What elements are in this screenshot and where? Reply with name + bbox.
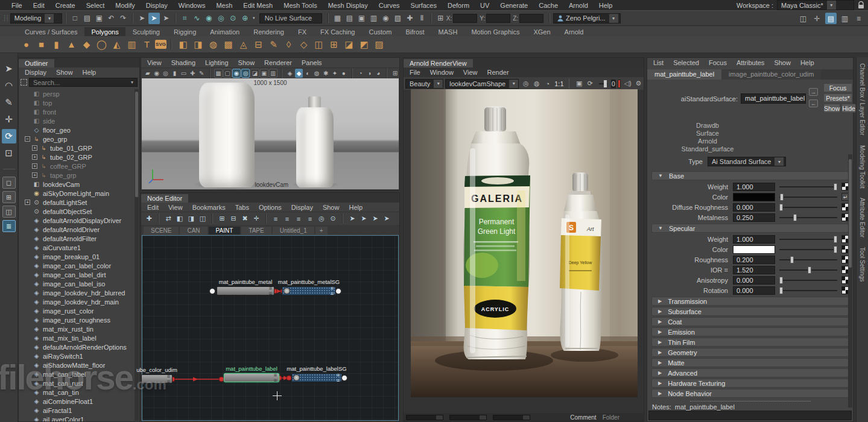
shelf-tab-arnold[interactable]: Arnold xyxy=(558,27,591,36)
default-lighting-icon[interactable]: ◆ xyxy=(295,69,303,78)
outliner-item-mat-mix-rust-tin[interactable]: ◈mat_mix_rust_tin xyxy=(19,324,135,333)
tube-02-mesh[interactable] xyxy=(296,107,334,187)
grease-pencil-icon[interactable]: ✎ xyxy=(197,69,206,78)
shelf-poly-pipe-icon[interactable]: ▥ xyxy=(125,37,139,51)
xray-icon[interactable]: ◑ xyxy=(365,69,373,78)
graph-tab-scene[interactable]: SCENE xyxy=(144,227,179,235)
section-header-matte[interactable]: ▶Matte xyxy=(651,358,849,367)
slider-handle[interactable] xyxy=(793,214,797,221)
outliner-item-defaultarnoldfilter[interactable]: ◈defaultArnoldFilter xyxy=(19,234,135,243)
attr-slider[interactable] xyxy=(779,203,837,212)
menu-mesh-tools[interactable]: Mesh Tools xyxy=(278,2,322,9)
lay-out-pin-icon[interactable]: ➤ xyxy=(381,213,392,224)
shadows-icon[interactable]: ◐ xyxy=(303,69,312,78)
ipr-status-icon[interactable]: ◍ xyxy=(531,78,542,89)
snap-curve-icon[interactable]: ∿ xyxy=(191,13,203,24)
node-attrs-icon[interactable]: ≡ ≡ xyxy=(337,373,340,383)
menu-edit[interactable]: Edit xyxy=(142,204,163,211)
menu-show[interactable]: Show xyxy=(769,59,796,66)
menu-display[interactable]: Display xyxy=(141,2,173,9)
input-connections-icon[interactable]: ◨ xyxy=(186,213,197,224)
surface-type-combo[interactable]: Ai Standard Surface ▾ xyxy=(708,157,786,166)
lock-icon[interactable] xyxy=(858,1,864,9)
menu-file[interactable]: File xyxy=(405,69,425,76)
camera-attributes-icon[interactable]: ◎ xyxy=(162,69,170,78)
ae-tab-image-painttube-color-udim[interactable]: image_painttube_color_udim xyxy=(721,69,821,80)
pin-nodes-icon[interactable]: ✛ xyxy=(251,213,262,224)
section-header-emission[interactable]: ▶Emission xyxy=(651,327,849,336)
graph-tab-can[interactable]: CAN xyxy=(180,227,207,235)
shelf-poly-torus-icon[interactable]: ◯ xyxy=(95,37,109,51)
snap-view-plane-icon[interactable]: ⊙ xyxy=(227,13,239,24)
menu-file[interactable]: File xyxy=(6,2,28,9)
shelf-poly-sphere-icon[interactable]: ● xyxy=(19,37,33,51)
isolate-select-icon[interactable]: ◔ xyxy=(356,69,365,78)
attr-slider[interactable] xyxy=(779,256,837,264)
tab-comment[interactable]: Comment xyxy=(570,414,596,421)
crop-region-icon[interactable]: ▣ xyxy=(574,78,584,89)
menu-tabs[interactable]: Tabs xyxy=(230,204,254,211)
attr-value-field[interactable]: 0.250 xyxy=(733,213,775,222)
outliner-item-mat-can-label[interactable]: ◈mat_can_label xyxy=(19,370,135,379)
show-button[interactable]: Show xyxy=(823,104,840,113)
menu-lighting[interactable]: Lighting xyxy=(200,59,233,66)
display-connected-icon[interactable]: ≡ xyxy=(282,213,293,224)
menu-attributes[interactable]: Attributes xyxy=(732,59,769,66)
menu-set-combo[interactable]: Modeling ▾ xyxy=(10,13,62,24)
menu-options[interactable]: Options xyxy=(254,204,287,211)
menu-show[interactable]: Show xyxy=(318,204,344,211)
side-tab-channel-box-layer-editor[interactable]: Channel Box / Layer Editor xyxy=(859,63,866,136)
display-full-icon[interactable]: ≡ xyxy=(293,213,304,224)
redo-icon[interactable]: ↷ xyxy=(118,13,129,24)
rendered-image[interactable]: GALERIA Permanent Green Light ACRYLIC xyxy=(411,89,638,397)
slider-handle[interactable] xyxy=(780,194,784,201)
menu-cache[interactable]: Cache xyxy=(533,2,563,9)
shelf-tab-bifrost[interactable]: Bifrost xyxy=(399,27,431,36)
lay-out-right-icon[interactable]: ➤ xyxy=(370,213,381,224)
shelf-tab-custom[interactable]: Custom xyxy=(363,27,399,36)
shelf-bridge-icon[interactable]: ⊟ xyxy=(252,37,265,51)
slider-handle[interactable] xyxy=(790,256,794,263)
move-tool-icon[interactable]: ✛ xyxy=(2,112,16,127)
anti-alias-icon[interactable]: ✱ xyxy=(322,69,330,78)
collapse-icon[interactable]: − xyxy=(25,136,30,142)
filter-icon[interactable] xyxy=(21,79,27,86)
layout-four-pane-button[interactable]: ⊞ xyxy=(2,191,16,203)
live-surface-field[interactable]: No Live Surface xyxy=(259,13,322,24)
outliner-item-image-can-label-iso[interactable]: ◈image_can_label_iso xyxy=(19,279,135,288)
file-save-icon[interactable]: ▣ xyxy=(93,13,105,24)
snapshot-slot-3[interactable] xyxy=(493,415,530,420)
expand-icon[interactable]: + xyxy=(32,163,37,169)
section-header-base[interactable]: ▼Base xyxy=(651,171,849,180)
lay-out-up-icon[interactable]: ➤ xyxy=(347,213,358,224)
grid-toggle-icon[interactable]: ⊞ xyxy=(391,69,399,78)
file-open-icon[interactable]: ▤ xyxy=(81,13,93,24)
snapshot-slot-2[interactable] xyxy=(449,415,487,420)
section-header-transmission[interactable]: ▶Transmission xyxy=(651,297,849,306)
show-humanik-icon[interactable]: ✛ xyxy=(811,13,823,24)
tube-01-mesh[interactable] xyxy=(199,83,255,187)
ambient-occlusion-icon[interactable]: ◍ xyxy=(312,69,321,78)
menu-select[interactable]: Select xyxy=(81,2,110,9)
frame-selection-icon[interactable]: ⊟ xyxy=(228,213,239,224)
snap-point-icon[interactable]: ◉ xyxy=(203,13,215,24)
display-simple-icon[interactable]: ≡ xyxy=(270,213,281,224)
menu-focus[interactable]: Focus xyxy=(704,59,732,66)
layout-single-button[interactable]: ◻ xyxy=(2,177,16,189)
attr-value-field[interactable]: 0.000 xyxy=(733,203,775,212)
node-ube-color-udim[interactable]: ≡ ≡ xyxy=(141,374,173,383)
aov-combo[interactable]: Beauty ▾ xyxy=(405,79,443,89)
menu-help[interactable]: Help xyxy=(78,69,101,76)
outliner-item-tape-grp[interactable]: +↳tape_grp xyxy=(19,171,135,180)
menu-window[interactable]: Window xyxy=(425,69,458,76)
user-account-combo[interactable]: Zeno Pelgri... ▾ xyxy=(553,13,621,24)
outliner-item-image-can-label-dirt[interactable]: ◈image_can_label_dirt xyxy=(19,270,135,279)
menu-render[interactable]: Render xyxy=(483,69,514,76)
select-hierarchy-icon[interactable]: ➤ xyxy=(136,13,148,24)
workspace-combo[interactable]: Maya Classic* ▾ xyxy=(777,0,854,10)
section-header-subsurface[interactable]: ▶Subsurface xyxy=(651,307,849,316)
menu-selected[interactable]: Selected xyxy=(668,59,704,66)
outliner-item-aiskydomelight-main[interactable]: ◉aiSkyDomeLight_main xyxy=(19,189,135,198)
focus-button[interactable]: Focus xyxy=(823,83,852,92)
menu-display[interactable]: Display xyxy=(20,69,51,76)
